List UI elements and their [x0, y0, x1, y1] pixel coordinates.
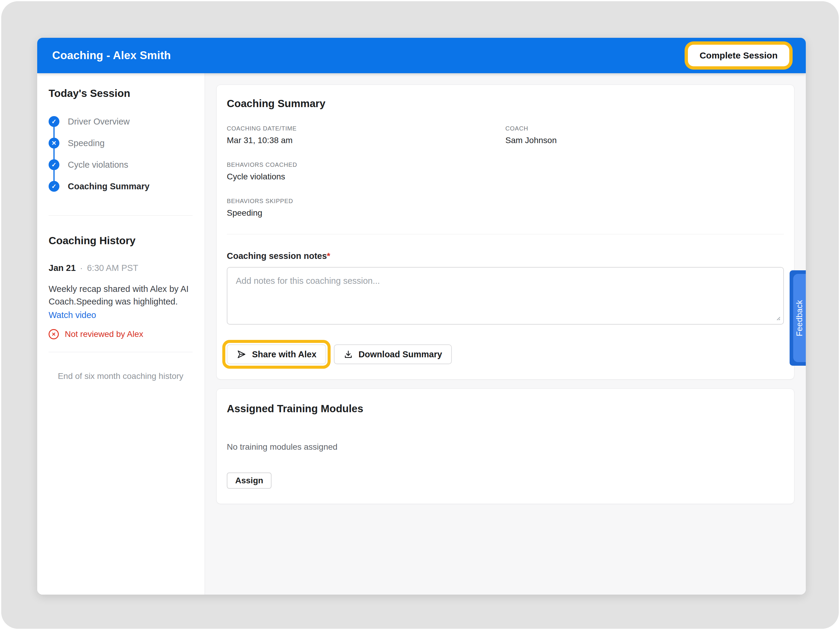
- summary-fields: COACHING DATE/TIME Mar 31, 10:38 am COAC…: [227, 125, 784, 234]
- main-content: Coaching Summary COACHING DATE/TIME Mar …: [205, 73, 806, 595]
- dot-separator: ·: [80, 264, 83, 272]
- window-header: Coaching - Alex Smith Complete Session: [37, 38, 806, 73]
- coaching-window: Coaching - Alex Smith Complete Session T…: [37, 38, 806, 595]
- todays-session-heading: Today's Session: [49, 87, 193, 99]
- watch-video-link[interactable]: Watch video: [49, 310, 96, 320]
- field-label: BEHAVIORS SKIPPED: [227, 198, 505, 205]
- share-button-label: Share with Alex: [252, 349, 316, 359]
- step-label: Coaching Summary: [68, 182, 149, 191]
- download-summary-button[interactable]: Download Summary: [334, 344, 452, 364]
- field-behaviors-coached: BEHAVIORS COACHED Cycle violations: [227, 161, 505, 182]
- history-description: Weekly recap shared with Alex by AI Coac…: [49, 283, 193, 308]
- field-coach: COACH Sam Johnson: [505, 125, 784, 145]
- coaching-summary-card: Coaching Summary COACHING DATE/TIME Mar …: [216, 85, 794, 379]
- field-value: Cycle violations: [227, 172, 505, 182]
- field-value: Sam Johnson: [505, 136, 784, 145]
- field-value: Speeding: [227, 208, 505, 218]
- desktop-background: Coaching - Alex Smith Complete Session T…: [1, 1, 839, 629]
- feedback-tab-inner: Feedback: [793, 274, 806, 362]
- feedback-tab-label: Feedback: [795, 300, 804, 336]
- page-title: Coaching - Alex Smith: [52, 49, 171, 62]
- check-icon: ✓: [49, 116, 59, 127]
- step-label: Driver Overview: [68, 117, 129, 126]
- step-driver-overview[interactable]: ✓ Driver Overview: [49, 116, 193, 127]
- send-icon: [237, 349, 246, 359]
- field-label: BEHAVIORS COACHED: [227, 161, 505, 168]
- check-icon: ✓: [49, 181, 59, 192]
- sidebar-divider: [49, 215, 193, 216]
- step-label: Speeding: [68, 138, 105, 148]
- no-modules-text: No training modules assigned: [227, 442, 784, 452]
- history-entry: Jan 21 · 6:30 AM PST Weekly recap shared…: [49, 264, 193, 339]
- history-end-note: End of six month coaching history: [49, 371, 193, 381]
- step-coaching-summary[interactable]: ✓ Coaching Summary: [49, 181, 193, 192]
- review-status: ✕ Not reviewed by Alex: [49, 329, 193, 339]
- session-notes-label-text: Coaching session notes: [227, 251, 327, 261]
- coaching-summary-title: Coaching Summary: [227, 98, 784, 109]
- status-text: Not reviewed by Alex: [65, 329, 143, 339]
- step-cycle-violations[interactable]: ✓ Cycle violations: [49, 159, 193, 170]
- circle-x-icon: ✕: [49, 329, 59, 339]
- sidebar: Today's Session ✓ Driver Overview ✕ Spee…: [37, 73, 205, 595]
- card-divider: [227, 234, 784, 234]
- feedback-tab[interactable]: Feedback: [789, 270, 806, 366]
- step-speeding[interactable]: ✕ Speeding: [49, 138, 193, 148]
- field-label: COACHING DATE/TIME: [227, 125, 505, 132]
- session-notes-label: Coaching session notes*: [227, 251, 784, 261]
- field-coaching-datetime: COACHING DATE/TIME Mar 31, 10:38 am: [227, 125, 505, 145]
- training-modules-title: Assigned Training Modules: [227, 403, 784, 415]
- download-icon: [344, 349, 353, 359]
- assign-button[interactable]: Assign: [227, 472, 272, 489]
- field-value: Mar 31, 10:38 am: [227, 136, 505, 145]
- field-behaviors-skipped: BEHAVIORS SKIPPED Speeding: [227, 198, 505, 218]
- session-notes-input[interactable]: [227, 267, 784, 325]
- step-label: Cycle violations: [68, 160, 128, 170]
- x-icon: ✕: [49, 138, 59, 148]
- complete-session-button[interactable]: Complete Session: [689, 46, 788, 65]
- coaching-history-heading: Coaching History: [49, 234, 193, 247]
- session-stepper: ✓ Driver Overview ✕ Speeding ✓ Cycle vio…: [49, 116, 193, 192]
- history-time: 6:30 AM PST: [87, 264, 138, 272]
- history-date: Jan 21: [49, 264, 76, 272]
- required-asterisk: *: [327, 251, 330, 261]
- download-button-label: Download Summary: [358, 349, 442, 359]
- check-icon: ✓: [49, 159, 59, 170]
- share-with-alex-button[interactable]: Share with Alex: [227, 344, 326, 364]
- field-label: COACH: [505, 125, 784, 132]
- training-modules-card: Assigned Training Modules No training mo…: [216, 388, 794, 504]
